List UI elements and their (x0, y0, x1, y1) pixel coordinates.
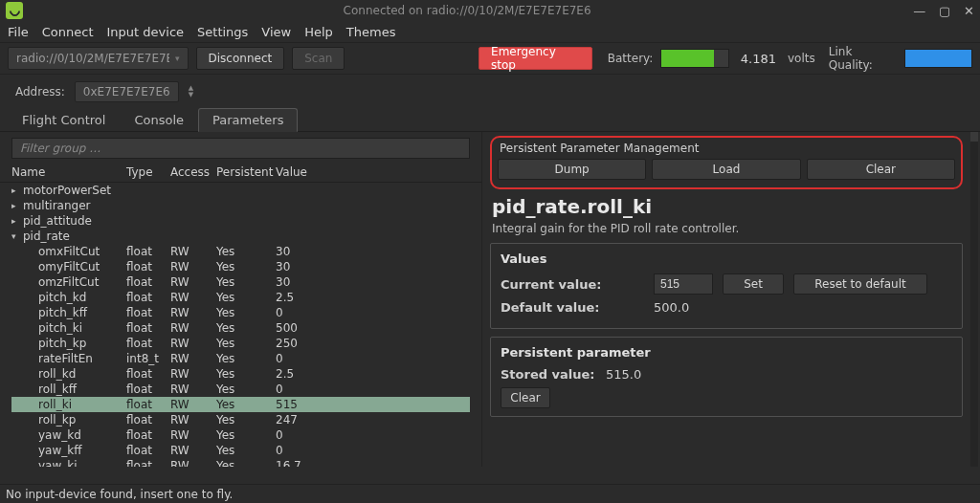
scrollbar[interactable] (970, 132, 978, 467)
param-row-omzFiltCut[interactable]: omzFiltCutfloatRWYes30 (11, 274, 470, 290)
group-multiranger[interactable]: ▸multiranger (11, 198, 470, 213)
cell-access: RW (170, 458, 216, 467)
param-row-roll_kd[interactable]: roll_kdfloatRWYes2.5 (11, 366, 470, 382)
cell-persistent: Yes (216, 366, 276, 382)
cell-persistent: Yes (216, 244, 276, 259)
cell-persistent: Yes (216, 443, 276, 458)
cell-value: 16.7 (276, 458, 470, 467)
col-name[interactable]: Name (11, 165, 126, 179)
cell-persistent: Yes (216, 458, 276, 467)
cell-type: float (126, 320, 170, 336)
values-title: Values (501, 252, 952, 266)
stored-value-label: Stored value: (501, 367, 606, 382)
tab-console[interactable]: Console (120, 108, 198, 131)
param-row-yaw_kd[interactable]: yaw_kdfloatRWYes0 (11, 427, 470, 443)
cell-access: RW (170, 244, 216, 259)
minimize-icon[interactable]: — (913, 4, 925, 18)
address-field[interactable]: 0xE7E7E7E7E6 (75, 81, 179, 102)
cell-access: RW (170, 443, 216, 458)
cell-persistent: Yes (216, 305, 276, 320)
filter-input[interactable]: Filter group … (11, 138, 470, 159)
cell-value: 250 (276, 336, 470, 351)
cell-value: 0 (276, 382, 470, 397)
menu-settings[interactable]: Settings (197, 25, 248, 39)
reset-default-button[interactable]: Reset to default (793, 273, 927, 295)
stored-value: 515.0 (606, 367, 641, 382)
emergency-stop-button[interactable]: Emergency stop (479, 47, 592, 70)
cell-type: float (126, 305, 170, 320)
link-quality-indicator (904, 49, 972, 68)
disconnect-button[interactable]: Disconnect (196, 47, 285, 70)
ppm-clear-button[interactable]: Clear (807, 159, 955, 180)
cell-name: omxFiltCut (11, 244, 126, 259)
cell-access: RW (170, 336, 216, 351)
address-stepper[interactable]: ▲ ▼ (189, 85, 193, 98)
param-row-pitch_kp[interactable]: pitch_kpfloatRWYes250 (11, 336, 470, 351)
param-row-pitch_ki[interactable]: pitch_kifloatRWYes500 (11, 320, 470, 336)
cell-access: RW (170, 351, 216, 366)
menu-file[interactable]: File (8, 25, 29, 39)
col-value[interactable]: Value (276, 165, 470, 179)
tab-flight-control[interactable]: Flight Control (8, 108, 120, 131)
menubar: File Connect Input device Settings View … (0, 21, 980, 42)
triangle-down-icon: ▾ (11, 229, 23, 244)
param-row-yaw_kff[interactable]: yaw_kfffloatRWYes0 (11, 443, 470, 458)
col-type[interactable]: Type (126, 165, 170, 179)
set-button[interactable]: Set (723, 273, 784, 295)
close-icon[interactable]: ✕ (964, 4, 974, 18)
cell-value: 0 (276, 351, 470, 366)
cell-name: rateFiltEn (11, 351, 126, 366)
menu-view[interactable]: View (261, 25, 291, 39)
menu-help[interactable]: Help (304, 25, 333, 39)
persistent-title: Persistent parameter (501, 345, 952, 360)
param-row-roll_ki[interactable]: roll_kifloatRWYes515 (11, 397, 470, 412)
maximize-icon[interactable]: ▢ (939, 4, 950, 18)
cell-name: yaw_ki (11, 458, 126, 467)
cell-persistent: Yes (216, 427, 276, 443)
param-row-pitch_kff[interactable]: pitch_kfffloatRWYes0 (11, 305, 470, 320)
triangle-right-icon: ▸ (11, 213, 23, 229)
cell-value: 2.5 (276, 290, 470, 305)
cell-type: float (126, 382, 170, 397)
group-pid_rate[interactable]: ▾pid_rate (11, 229, 470, 244)
cell-access: RW (170, 427, 216, 443)
address-combo[interactable]: radio://0/10/2M/E7E7E7E7E6 ▾ (8, 47, 189, 70)
col-persistent[interactable]: Persistent (216, 165, 276, 179)
cell-value: 0 (276, 443, 470, 458)
scan-button[interactable]: Scan (292, 47, 345, 70)
param-description: Integral gain for the PID roll rate cont… (490, 222, 963, 235)
cell-name: pitch_kp (11, 336, 126, 351)
parameter-tree[interactable]: ▸motorPowerSet▸multiranger▸pid_attitude▾… (0, 183, 481, 467)
cell-value: 30 (276, 259, 470, 274)
cell-type: float (126, 336, 170, 351)
detail-panel: Persistent Parameter Management Dump Loa… (482, 132, 980, 467)
persistent-parameter-management: Persistent Parameter Management Dump Loa… (490, 136, 963, 189)
param-row-rateFiltEn[interactable]: rateFiltEnint8_tRWYes0 (11, 351, 470, 366)
dump-button[interactable]: Dump (498, 159, 646, 180)
menu-connect[interactable]: Connect (42, 25, 94, 39)
group-motorPowerSet[interactable]: ▸motorPowerSet (11, 183, 470, 198)
current-value-input[interactable] (654, 273, 713, 295)
group-pid_attitude[interactable]: ▸pid_attitude (11, 213, 470, 229)
chevron-down-icon: ▾ (175, 54, 180, 63)
cell-type: float (126, 290, 170, 305)
toolbar: radio://0/10/2M/E7E7E7E7E6 ▾ Disconnect … (0, 42, 980, 75)
chevron-down-icon[interactable]: ▼ (189, 92, 193, 98)
cell-access: RW (170, 412, 216, 427)
cell-type: float (126, 244, 170, 259)
param-row-omyFiltCut[interactable]: omyFiltCutfloatRWYes30 (11, 259, 470, 274)
titlebar: Connected on radio://0/10/2M/E7E7E7E7E6 … (0, 0, 980, 21)
cell-type: float (126, 458, 170, 467)
param-row-yaw_ki[interactable]: yaw_kifloatRWYes16.7 (11, 458, 470, 467)
clear-stored-button[interactable]: Clear (501, 387, 550, 408)
param-row-roll_kp[interactable]: roll_kpfloatRWYes247 (11, 412, 470, 427)
menu-themes[interactable]: Themes (346, 25, 396, 39)
param-row-omxFiltCut[interactable]: omxFiltCutfloatRWYes30 (11, 244, 470, 259)
col-access[interactable]: Access (170, 165, 216, 179)
param-row-pitch_kd[interactable]: pitch_kdfloatRWYes2.5 (11, 290, 470, 305)
menu-input-device[interactable]: Input device (107, 25, 185, 39)
cell-access: RW (170, 397, 216, 412)
tab-parameters[interactable]: Parameters (198, 108, 298, 132)
param-row-roll_kff[interactable]: roll_kfffloatRWYes0 (11, 382, 470, 397)
load-button[interactable]: Load (652, 159, 800, 180)
